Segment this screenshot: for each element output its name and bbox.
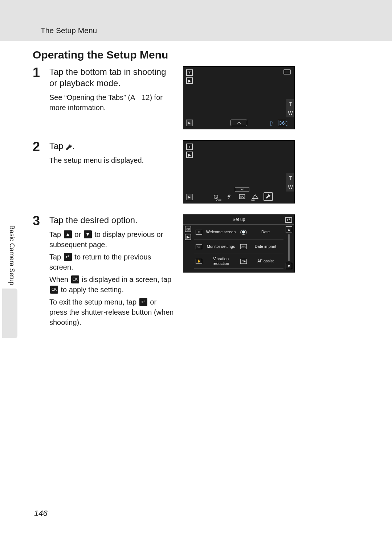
back-icon: ↵: [139, 298, 147, 306]
svg-rect-2: [188, 146, 191, 148]
bottom-tab-handle: ▸: [186, 194, 193, 200]
svg-rect-6: [187, 228, 189, 230]
page-number: 146: [34, 509, 48, 518]
step-title: Tap the desired option.: [49, 214, 176, 226]
welcome-screen-icon: ⊞: [196, 230, 202, 235]
zoom-t: T: [286, 173, 294, 182]
wrench-icon: [66, 142, 72, 150]
collapse-tab-icon: [235, 187, 249, 192]
battery-icon: [283, 69, 291, 74]
step-title: Tap the bottom tab in shooting or playba…: [49, 66, 176, 89]
step-number: 3: [33, 214, 49, 330]
svg-rect-5: [240, 194, 245, 199]
step-2: 2 Tap . The setup menu is displayed. ▶ T…: [33, 140, 305, 203]
setup-item-date: 🕘 Date: [239, 225, 283, 239]
ok-icon: OK: [50, 286, 58, 294]
zoom-control: T W: [286, 99, 294, 117]
svg-point-3: [189, 146, 190, 148]
camera-icon: [185, 226, 191, 232]
ok-icon: OK: [71, 275, 79, 283]
wrench-tab-icon: [264, 192, 273, 201]
self-timer-icon: OFF: [211, 192, 221, 201]
zoom-t: T: [286, 99, 294, 108]
exposure-comp-icon: 0.0: [250, 192, 260, 201]
svg-point-1: [189, 72, 190, 73]
up-arrow-icon: ▲: [64, 230, 72, 238]
clock-icon: 🕘: [240, 230, 247, 235]
side-tab-bg: [2, 289, 17, 338]
bottom-tab-handle: ▸: [186, 120, 193, 126]
setup-item-monitor: ▭ Monitor settings: [194, 239, 239, 254]
setup-item-date-imprint: DATE Date imprint: [239, 239, 283, 254]
setup-item-af-assist: Ξ▶ AF assist: [239, 254, 283, 269]
step-desc-line: Tap ▲ or ▼ to display previous or subseq…: [49, 229, 176, 250]
side-tab-label: Basic Camera Setup: [7, 222, 17, 288]
step-3: 3 Tap the desired option. Tap ▲ or ▼ to …: [33, 214, 305, 330]
setup-item-welcome: ⊞ Welcome screen: [194, 225, 239, 239]
step-desc: The setup menu is displayed.: [49, 155, 176, 165]
scroll-down-icon: ▼: [286, 263, 292, 269]
frame-counter: [▫ 36]: [270, 120, 288, 126]
page-header: The Setup Menu: [0, 0, 392, 41]
screen-illustration-3: Set up ▶ ↵ ▲ ▼ ⊞ Welcome screen: [183, 214, 295, 273]
back-icon: ↵: [64, 253, 72, 261]
page-heading: Operating the Setup Menu: [33, 49, 392, 61]
down-arrow-icon: ▼: [84, 230, 92, 238]
zoom-control: T W: [286, 173, 294, 192]
monitor-settings-icon: ▭: [196, 244, 202, 249]
scroll-control: ▲ ▼: [286, 226, 292, 269]
date-imprint-icon: DATE: [240, 244, 247, 249]
step-desc: See “Opening the Tabs” (A 12) for more i…: [49, 92, 176, 113]
playback-icon: ▶: [186, 152, 193, 158]
step-desc-line: Tap ↵ to return to the previous screen.: [49, 252, 176, 272]
vibration-reduction-icon: ✋: [196, 259, 202, 264]
svg-rect-0: [188, 72, 191, 74]
step-1: 1 Tap the bottom tab in shooting or play…: [33, 66, 305, 129]
step-desc-line: When OK is displayed in a screen, tap OK…: [49, 274, 176, 295]
step-number: 2: [33, 140, 49, 203]
scene-mode-icon: [237, 192, 247, 201]
scroll-up-icon: ▲: [286, 226, 292, 233]
flash-icon: [224, 192, 234, 201]
setup-item-vr: ✋ Vibration reduction: [194, 254, 239, 269]
af-assist-icon: Ξ▶: [240, 259, 247, 264]
screen-illustration-1: ▶ T W ▸ [▫ 36]: [183, 66, 295, 129]
screen-illustration-2: ▶ T W ▸ OFF: [183, 140, 295, 203]
zoom-w: W: [286, 108, 294, 117]
svg-point-7: [188, 229, 189, 230]
zoom-w: W: [286, 182, 294, 192]
setup-screen-title: Set up: [183, 215, 294, 225]
playback-icon: ▶: [185, 234, 191, 240]
back-button-icon: ↵: [285, 217, 292, 223]
step-title: Tap .: [49, 140, 176, 152]
step-desc-line: To exit the setup menu, tap ↵ or press t…: [49, 297, 176, 327]
camera-icon: [186, 144, 193, 150]
left-tabs: ▶: [185, 226, 191, 240]
header-title: The Setup Menu: [41, 26, 97, 35]
playback-icon: ▶: [186, 77, 193, 84]
expand-tab-icon: [230, 120, 247, 126]
step-number: 1: [33, 66, 49, 129]
camera-icon: [186, 69, 193, 76]
steps-container: 1 Tap the bottom tab in shooting or play…: [33, 66, 305, 330]
